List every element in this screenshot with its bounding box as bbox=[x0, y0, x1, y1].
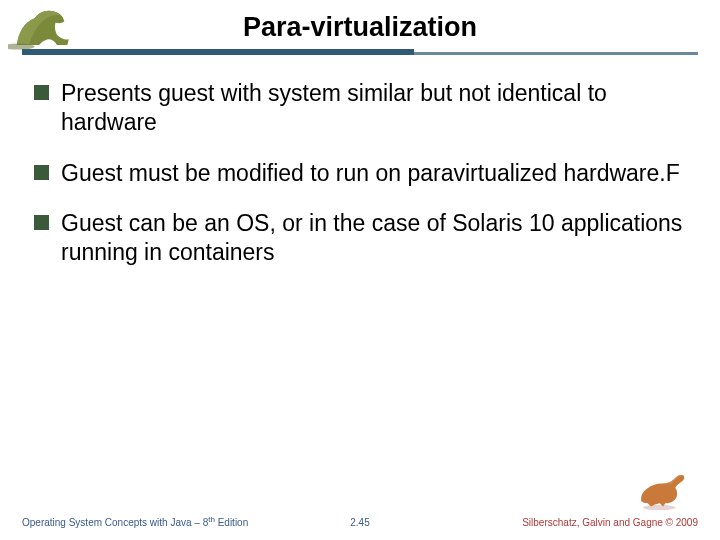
footer-copyright: Silberschatz, Galvin and Gagne © 2009 bbox=[522, 517, 698, 528]
footer-book-title-b: Edition bbox=[215, 517, 248, 528]
square-bullet-icon bbox=[34, 85, 49, 100]
bullet-text: Guest can be an OS, or in the case of So… bbox=[61, 209, 686, 267]
square-bullet-icon bbox=[34, 165, 49, 180]
footer-page-number: 2.45 bbox=[350, 517, 369, 528]
slide-title: Para-virtualization bbox=[0, 12, 720, 49]
bullet-item: Presents guest with system similar but n… bbox=[34, 79, 686, 137]
bullet-item: Guest must be modified to run on paravir… bbox=[34, 159, 686, 188]
title-underline bbox=[22, 49, 698, 57]
svg-point-1 bbox=[643, 505, 676, 511]
bullet-text: Presents guest with system similar but n… bbox=[61, 79, 686, 137]
square-bullet-icon bbox=[34, 215, 49, 230]
slide-header: Para-virtualization bbox=[0, 0, 720, 57]
footer-left: Operating System Concepts with Java – 8t… bbox=[22, 515, 248, 528]
bullet-item: Guest can be an OS, or in the case of So… bbox=[34, 209, 686, 267]
bullet-text: Guest must be modified to run on paravir… bbox=[61, 159, 680, 188]
footer-edition-sup: th bbox=[208, 515, 215, 524]
footer-book-title-a: Operating System Concepts with Java – 8 bbox=[22, 517, 208, 528]
dinosaur-bottom-icon bbox=[632, 468, 692, 512]
slide-content: Presents guest with system similar but n… bbox=[0, 57, 720, 267]
slide-footer: Operating System Concepts with Java – 8t… bbox=[0, 515, 720, 528]
dinosaur-top-icon bbox=[8, 2, 88, 54]
